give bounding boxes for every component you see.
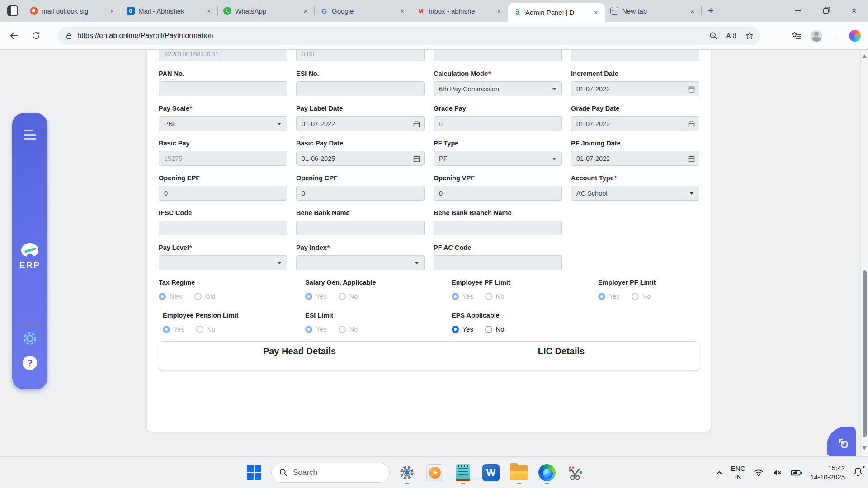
tab-close-icon[interactable]: × xyxy=(204,6,213,15)
taskbar-settings[interactable] xyxy=(396,462,418,483)
pay-level-select[interactable] xyxy=(159,255,287,270)
taskbar-file-explorer[interactable] xyxy=(508,462,530,483)
back-icon[interactable] xyxy=(6,28,22,43)
bene-bank-name-input[interactable] xyxy=(296,221,425,235)
scroll-down-icon[interactable] xyxy=(862,446,867,450)
pf-type-select[interactable]: PF xyxy=(434,151,562,166)
settings-more-icon[interactable]: … xyxy=(831,31,840,41)
radio-old[interactable]: Old xyxy=(194,293,216,300)
taskbar-media-player[interactable] xyxy=(424,462,446,483)
window-close-button[interactable]: × xyxy=(840,0,868,22)
basic-pay-date-input[interactable]: 01-06-2025 xyxy=(296,151,425,166)
truncated-input-1[interactable]: 922010016813131 xyxy=(159,50,287,61)
calendar-icon[interactable] xyxy=(413,120,420,128)
calendar-icon[interactable] xyxy=(413,155,420,163)
radio-icon xyxy=(452,326,459,333)
wifi-icon[interactable] xyxy=(753,468,764,478)
clock[interactable]: 15:42 14-10-2025 xyxy=(810,464,845,482)
taskbar-word[interactable]: W xyxy=(480,462,502,483)
start-button[interactable] xyxy=(243,462,265,483)
opening-vpf-input[interactable]: 0 xyxy=(434,186,562,201)
address-bar[interactable]: https://entab.online/Payroll/PayInformat… xyxy=(58,27,760,45)
taskbar-search-input[interactable]: Search xyxy=(271,463,390,483)
taskbar-edge[interactable] xyxy=(536,462,558,483)
pay-label-date-input[interactable]: 01-07-2022 xyxy=(296,116,425,131)
opening-cpf-input[interactable]: 0 xyxy=(296,186,425,201)
radio-yes[interactable]: Yes xyxy=(305,326,327,333)
calendar-icon[interactable] xyxy=(688,85,695,93)
truncated-input-3[interactable] xyxy=(434,50,562,61)
copilot-icon[interactable] xyxy=(849,30,861,42)
bene-bank-branch-name-input[interactable] xyxy=(434,221,562,235)
zoom-out-icon[interactable] xyxy=(709,31,718,40)
grade-pay-date-input[interactable]: 01-07-2022 xyxy=(571,116,699,131)
new-tab-button[interactable]: + xyxy=(708,5,714,17)
pan-no-input[interactable] xyxy=(159,81,287,96)
tab-close-icon[interactable]: × xyxy=(108,6,117,15)
basic-pay-input[interactable]: 15275 xyxy=(159,151,287,166)
tab-whatsapp[interactable]: WhatsApp × xyxy=(218,0,315,22)
tab-gmail-inbox[interactable]: M Inbox - abhishe × xyxy=(411,0,508,22)
radio-yes[interactable]: Yes xyxy=(598,293,620,300)
pf-joining-date-input[interactable]: 01-07-2022 xyxy=(571,151,699,166)
tab-close-icon[interactable]: × xyxy=(398,6,407,15)
scrollbar-thumb[interactable] xyxy=(863,270,867,437)
pay-index-select[interactable] xyxy=(296,255,425,270)
tab-close-icon[interactable]: × xyxy=(688,6,697,15)
window-minimize-button[interactable] xyxy=(784,0,812,22)
profile-avatar[interactable] xyxy=(811,30,822,42)
esi-no-input[interactable] xyxy=(296,81,425,96)
language-indicator[interactable]: ENG IN xyxy=(731,464,746,481)
radio-no[interactable]: No xyxy=(632,293,651,300)
pf-ac-code-input[interactable] xyxy=(434,255,562,270)
tab-admin-panel-active[interactable]: ã Admin Panel | D × xyxy=(508,3,605,22)
vertical-scrollbar[interactable] xyxy=(860,50,868,456)
tab-close-icon[interactable]: × xyxy=(301,6,310,15)
tab-new-tab[interactable]: ··· New tab × xyxy=(605,0,702,22)
volume-muted-icon[interactable] xyxy=(772,468,783,478)
window-restore-button[interactable] xyxy=(812,0,840,22)
tab-google[interactable]: G Google × xyxy=(315,0,411,22)
radio-yes[interactable]: Yes xyxy=(452,293,473,300)
truncated-input-4[interactable] xyxy=(571,50,699,61)
radio-yes[interactable]: Yes xyxy=(163,326,184,333)
calendar-icon[interactable] xyxy=(688,155,695,163)
tab-mail-abhishek[interactable]: o Mail - Abhishek × xyxy=(121,0,218,22)
calculation-mode-select[interactable]: 6th Pay Commission xyxy=(434,81,562,96)
radio-new[interactable]: New xyxy=(159,293,183,300)
taskbar-snipping-tool[interactable] xyxy=(564,462,586,483)
refresh-icon[interactable] xyxy=(28,28,43,43)
favorite-star-icon[interactable] xyxy=(745,31,754,40)
increment-date-input[interactable]: 01-07-2022 xyxy=(571,81,699,96)
tab-workspaces-icon[interactable] xyxy=(7,5,18,16)
url-text[interactable]: https://entab.online/Payroll/PayInformat… xyxy=(77,32,709,40)
ifsc-code-input[interactable] xyxy=(159,221,287,235)
truncated-input-2[interactable]: 0.00 xyxy=(296,50,425,61)
pay-scale-select[interactable]: PBI xyxy=(159,116,287,131)
account-type-select[interactable]: AC School xyxy=(571,186,699,201)
radio-no[interactable]: No xyxy=(485,293,505,300)
favorites-list-icon[interactable] xyxy=(791,31,802,41)
calendar-icon[interactable] xyxy=(688,120,695,128)
battery-saver-icon[interactable] xyxy=(790,468,802,478)
radio-no[interactable]: No xyxy=(196,326,216,333)
scroll-up-icon[interactable] xyxy=(862,54,867,58)
radio-yes[interactable]: Yes xyxy=(305,293,327,300)
radio-no[interactable]: No xyxy=(339,293,358,300)
tab-mail-outlook-sig[interactable]: mail outlook sig × xyxy=(24,0,121,22)
help-icon[interactable]: ? xyxy=(23,356,37,370)
grade-pay-input[interactable]: 0 xyxy=(434,116,562,131)
radio-no[interactable]: No xyxy=(485,326,505,333)
notification-bell[interactable]: z xyxy=(853,466,863,479)
radio-no[interactable]: No xyxy=(339,326,358,333)
expand-shortcut-button[interactable] xyxy=(827,427,856,456)
tab-close-icon[interactable]: × xyxy=(495,6,504,15)
opening-epf-input[interactable]: 0 xyxy=(159,186,287,201)
tab-close-icon[interactable]: × xyxy=(591,8,600,17)
menu-hamburger-icon[interactable] xyxy=(24,130,36,140)
radio-yes[interactable]: Yes xyxy=(452,326,473,333)
taskbar-notepad[interactable] xyxy=(452,462,474,483)
tray-chevron-up-icon[interactable] xyxy=(715,469,723,477)
settings-gear-icon[interactable] xyxy=(22,330,38,348)
read-aloud-icon[interactable]: A xyxy=(726,31,737,40)
